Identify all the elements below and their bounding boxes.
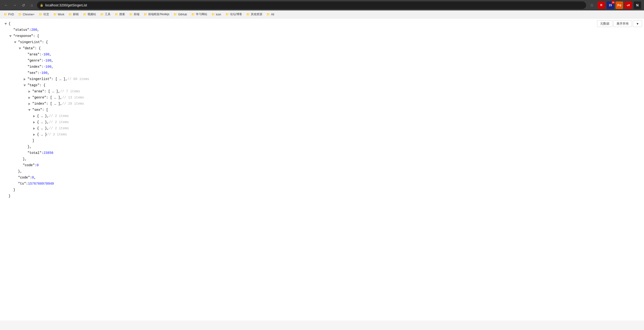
total-line: "total": 23856	[23, 150, 640, 156]
sex-item-1-toggle[interactable]	[32, 114, 36, 118]
tags-area-toggle[interactable]	[28, 90, 31, 94]
folder-icon: 📁	[115, 13, 118, 16]
address-bar[interactable]: 🔒 localhost:3200/getSingerList	[37, 1, 586, 9]
nav-bar: ← → ↺ ⌂ 🔒 localhost:3200/getSingerList ☆…	[0, 0, 644, 10]
data-line: "data": {	[18, 45, 640, 52]
folder-icon: 📁	[226, 13, 229, 16]
meta-data-button[interactable]: 元数据	[597, 20, 612, 27]
area-line: "area": -100,	[23, 52, 640, 58]
content-area: 元数据 展开所有 ▼ { "status": 200, "response": …	[0, 18, 644, 321]
tags-sex-line: "sex": [	[28, 107, 640, 113]
json-toolbar: 元数据 展开所有 ▼	[597, 20, 642, 27]
folder-icon: 📁	[129, 13, 133, 16]
bookmark-icon[interactable]: 📁 icon	[210, 12, 223, 17]
bookmark-fvd[interactable]: 📁 FVD	[2, 12, 16, 17]
bookmark-social[interactable]: 📁 社交	[37, 11, 51, 17]
ext-fe[interactable]: Fe	[616, 1, 623, 9]
sex-item-4-toggle[interactable]	[32, 133, 36, 137]
singerlist-array-line: "singerlist": [ … ], // 80 items	[23, 76, 640, 82]
extensions-area: R 15 15 Fe off N	[598, 1, 641, 9]
folder-icon: 📁	[83, 13, 86, 16]
bookmark-search[interactable]: 📁 搜索	[113, 11, 127, 17]
bookmark-star[interactable]: ☆	[588, 2, 596, 8]
ts-line: "ts": 1576760970949	[13, 181, 640, 187]
bookmark-label: 视频站	[88, 12, 96, 16]
data-close: },	[18, 156, 640, 163]
bookmark-label: icon	[216, 13, 221, 16]
bookmark-label: 前端框架/Nodejs	[148, 12, 169, 16]
bookmark-work[interactable]: 📁 Work	[52, 12, 66, 17]
more-button[interactable]: ▼	[633, 20, 642, 27]
bookmark-label: FVD	[8, 13, 14, 16]
ext-off[interactable]: off	[624, 1, 632, 9]
index-line: "index": -100,	[23, 64, 640, 70]
bookmarks-bar: 📁 FVD 📁 Chrome+ 📁 社交 📁 Work 📁 邮箱 📁 视频站 📁…	[0, 10, 644, 18]
bookmark-label: 工具	[105, 12, 110, 16]
sex-item-3-toggle[interactable]	[32, 127, 36, 131]
status-line: "status": 200,	[8, 27, 640, 33]
ext-ravencoin[interactable]: R	[598, 1, 605, 9]
bookmark-chromeplus[interactable]: 📁 Chrome+	[16, 12, 36, 17]
sex-line: "sex": -100,	[23, 70, 640, 76]
singerlist-line: "singerList": {	[13, 39, 640, 45]
forward-button[interactable]: →	[12, 2, 18, 8]
bookmark-forum[interactable]: 📁 论坛/博客	[224, 11, 244, 17]
expand-all-button[interactable]: 展开所有	[614, 20, 632, 27]
folder-icon: 📁	[4, 13, 7, 16]
root-toggle[interactable]	[4, 22, 8, 26]
root-open: {	[4, 21, 640, 27]
refresh-button[interactable]: ↺	[20, 2, 26, 8]
folder-icon: 📁	[18, 13, 22, 16]
sex-item-4: { … } // 2 items	[32, 132, 640, 138]
ext-n[interactable]: N	[634, 1, 641, 9]
ext-badge-icon[interactable]: 15 15	[606, 1, 614, 9]
bookmark-label: 邮箱	[73, 12, 79, 16]
bookmark-label: GitHub	[178, 13, 187, 16]
sex-item-2-toggle[interactable]	[32, 121, 36, 124]
folder-icon: 📁	[100, 13, 104, 16]
home-button[interactable]: ⌂	[28, 2, 35, 8]
singerlist-close: },	[13, 168, 640, 175]
response-close: }	[8, 187, 640, 193]
folder-icon: 📁	[212, 13, 215, 16]
tags-toggle[interactable]	[23, 84, 26, 87]
url-text: localhost:3200/getSingerList	[45, 3, 87, 7]
response-toggle[interactable]	[8, 34, 12, 38]
folder-icon: 📁	[68, 13, 72, 16]
bookmark-video[interactable]: 📁 视频站	[81, 11, 98, 17]
tags-line: "tags": {	[23, 82, 640, 89]
tags-close: },	[23, 144, 640, 150]
tags-sex-toggle[interactable]	[28, 108, 31, 112]
tags-index-toggle[interactable]	[28, 102, 31, 106]
folder-icon: 📁	[53, 13, 57, 16]
response-code-line: "code": 0,	[13, 175, 640, 181]
lock-icon: 🔒	[40, 3, 44, 7]
singerlist-code-line: "code": 0	[18, 163, 640, 168]
bookmark-email[interactable]: 📁 邮箱	[67, 11, 80, 17]
folder-icon: 📁	[39, 13, 42, 16]
bookmark-tools[interactable]: 📁 工具	[98, 11, 112, 17]
bookmark-resources[interactable]: 📁 其他资源	[244, 11, 264, 17]
back-button[interactable]: ←	[3, 2, 10, 8]
bookmark-github[interactable]: 📁 GitHub	[172, 12, 189, 17]
json-viewer: { "status": 200, "response": { "singerLi…	[0, 18, 644, 202]
tags-genre-toggle[interactable]	[28, 96, 31, 100]
folder-icon: 📁	[266, 13, 270, 16]
bookmark-label: 其他资源	[251, 12, 262, 16]
data-toggle[interactable]	[18, 47, 22, 50]
bookmark-all[interactable]: 📁 All	[264, 12, 276, 17]
sex-item-1: { … }, // 2 items	[32, 113, 640, 119]
bookmark-learning[interactable]: 📁 学习网站	[190, 11, 209, 17]
ext-badge-count: 15	[611, 0, 615, 4]
bookmark-label: Work	[58, 13, 64, 16]
singerlist-array-toggle[interactable]	[23, 77, 26, 81]
bookmark-label: All	[271, 13, 274, 16]
sex-item-2: { … }, // 2 items	[32, 119, 640, 126]
root-close: }	[4, 193, 640, 199]
bookmark-label: 学习网站	[196, 12, 207, 16]
tags-index-line: "index": [ … ], // 28 items	[28, 101, 640, 107]
bookmark-frontend[interactable]: 📁 前端	[127, 11, 141, 17]
bookmark-nodejs[interactable]: 📁 前端框架/Nodejs	[142, 11, 171, 17]
folder-icon: 📁	[144, 13, 147, 16]
singerlist-toggle[interactable]	[13, 40, 17, 44]
